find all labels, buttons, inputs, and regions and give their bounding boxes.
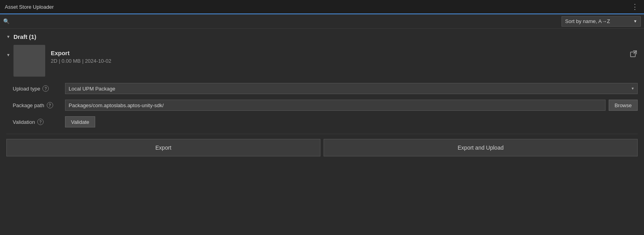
export-button[interactable]: Export bbox=[6, 139, 320, 156]
upload-type-select[interactable]: Local UPM Package Asset Package bbox=[65, 83, 638, 94]
browse-button[interactable]: Browse bbox=[609, 100, 638, 111]
package-info: Export 2D | 0.00 MB | 2024-10-02 bbox=[51, 45, 111, 64]
draft-section-header: ▼ Draft (1) bbox=[6, 33, 638, 40]
validate-button[interactable]: Validate bbox=[65, 116, 95, 127]
export-and-upload-button[interactable]: Export and Upload bbox=[324, 139, 638, 156]
app-title: Asset Store Uploader bbox=[5, 4, 54, 10]
validation-label-group: Validation ? bbox=[13, 119, 60, 125]
upload-type-label: Upload type bbox=[13, 86, 40, 92]
open-external-icon[interactable] bbox=[630, 50, 638, 59]
chevron-down-icon: ▼ bbox=[633, 19, 637, 23]
sort-dropdown[interactable]: Sort by name, A→Z ▼ bbox=[562, 16, 641, 27]
package-expand-icon[interactable]: ▼ bbox=[6, 53, 10, 57]
bottom-buttons: Export Export and Upload bbox=[6, 134, 638, 156]
form-section: Upload type ? Local UPM Package Asset Pa… bbox=[6, 83, 638, 127]
title-bar-left: Asset Store Uploader bbox=[5, 4, 54, 10]
search-icon: 🔍 bbox=[3, 18, 10, 24]
search-input[interactable] bbox=[13, 16, 558, 27]
package-path-label: Package path bbox=[13, 102, 44, 108]
draft-section-title: Draft (1) bbox=[13, 33, 36, 40]
sort-label: Sort by name, A→Z bbox=[565, 18, 610, 24]
path-row: Browse bbox=[65, 100, 638, 111]
validation-row: Validation ? Validate bbox=[13, 116, 638, 127]
upload-type-help-icon[interactable]: ? bbox=[42, 85, 49, 92]
package-path-control-wrap: Browse bbox=[65, 100, 638, 111]
package-thumbnail bbox=[13, 45, 45, 77]
title-bar: Asset Store Uploader ⋮ bbox=[0, 0, 644, 14]
package-name: Export bbox=[51, 50, 111, 56]
package-path-label-group: Package path ? bbox=[13, 102, 60, 108]
package-path-row: Package path ? Browse bbox=[13, 100, 638, 111]
package-path-input[interactable] bbox=[65, 100, 606, 111]
package-meta: 2D | 0.00 MB | 2024-10-02 bbox=[51, 58, 111, 64]
upload-type-select-wrap: Local UPM Package Asset Package bbox=[65, 83, 638, 94]
search-row: 🔍 Sort by name, A→Z ▼ bbox=[0, 14, 644, 29]
upload-type-label-group: Upload type ? bbox=[13, 85, 60, 92]
package-path-help-icon[interactable]: ? bbox=[47, 102, 53, 108]
validation-label: Validation bbox=[13, 119, 35, 125]
main-content: ▼ Draft (1) ▼ Export 2D | 0.00 MB | 2024… bbox=[0, 29, 644, 161]
upload-type-row: Upload type ? Local UPM Package Asset Pa… bbox=[13, 83, 638, 94]
menu-icon[interactable]: ⋮ bbox=[631, 2, 639, 11]
package-item: ▼ Export 2D | 0.00 MB | 2024-10-02 bbox=[6, 45, 638, 77]
draft-chevron-icon[interactable]: ▼ bbox=[6, 35, 10, 39]
validation-help-icon[interactable]: ? bbox=[37, 119, 44, 125]
validation-control-wrap: Validate bbox=[65, 116, 638, 127]
